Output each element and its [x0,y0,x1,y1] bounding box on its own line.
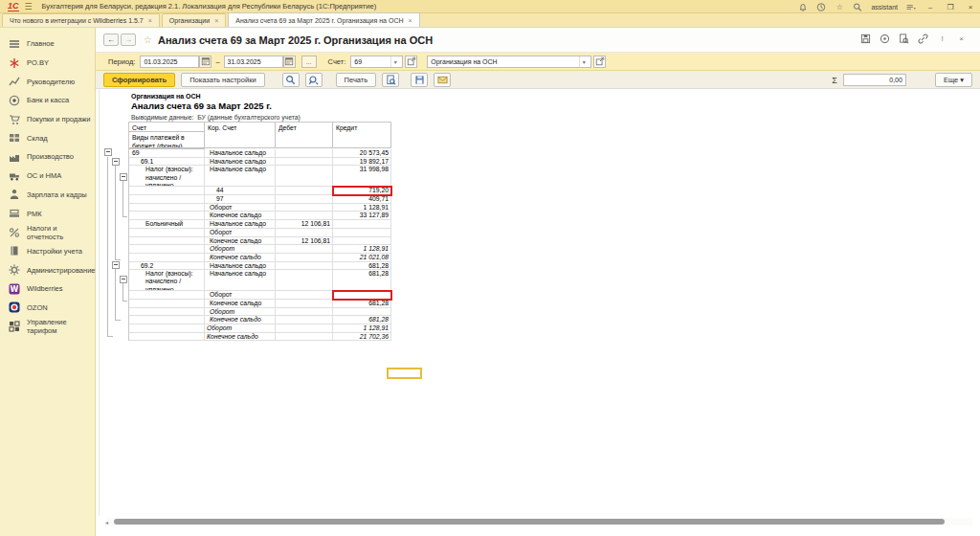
forward-button[interactable]: → [121,34,136,46]
tab-close-icon[interactable]: × [214,17,218,24]
collapse-group-nalog-2[interactable] [120,276,126,282]
column-subheader[interactable]: Виды платежей в бюджет (фонды) [129,132,204,148]
date-from-input[interactable]: 01.03.2025 [140,56,199,68]
report-cell[interactable] [129,308,205,317]
report-cell[interactable] [333,220,391,229]
service-menu-icon[interactable] [906,2,916,11]
grouping-gutter[interactable] [98,89,128,516]
close-window-button[interactable]: × [965,3,976,11]
report-cell[interactable]: 31 998,98 [333,166,391,187]
report-cell[interactable] [276,254,333,262]
report-cell[interactable]: 1 128,91 [333,245,391,254]
report-cell[interactable]: Начальное сальдо [205,270,276,291]
get-link-icon[interactable] [918,34,928,44]
collapse-group-69-1[interactable] [112,158,119,165]
sidebar-item-book[interactable]: Настройки учета [0,242,95,261]
report-cell[interactable] [129,316,205,324]
favorites-star-icon[interactable]: ☆ [835,2,844,11]
sidebar-item-tax[interactable]: Налоги и отчетность [0,223,95,242]
report-cell[interactable]: 44 [205,187,276,195]
report-cell[interactable] [276,291,333,300]
report-cell[interactable]: Конечное сальдо [205,254,276,262]
tab-0[interactable]: Что нового в интеграции с Wildberries 1.… [2,13,160,27]
sidebar-item-cart[interactable]: Покупки и продажи [0,110,95,129]
report-cell[interactable]: Конечное сальдо [205,300,276,308]
report-cell[interactable] [276,212,333,220]
report-cell[interactable]: Конечное сальдо [205,212,276,220]
organization-open-icon[interactable] [593,56,606,68]
search-cancel-button[interactable] [305,73,323,87]
report-cell[interactable] [129,254,205,262]
report-cell[interactable]: Начальное сальдо [205,158,276,167]
sidebar-item-home[interactable]: Главное [0,34,95,54]
date-to-calendar-icon[interactable] [283,56,296,68]
notifications-bell-icon[interactable] [798,2,808,11]
report-cell[interactable]: 69.2 [129,262,205,271]
favorite-star-icon[interactable]: ☆ [144,34,152,45]
sidebar-item-truck[interactable]: ОС и НМА [0,167,95,186]
tab-close-icon[interactable]: × [409,17,412,24]
back-button[interactable]: ← [103,34,119,46]
print-preview-button[interactable] [382,73,399,87]
collapse-group-69-2[interactable] [112,261,119,268]
report-cell[interactable] [276,333,333,342]
report-cell[interactable] [276,158,333,167]
report-cell[interactable] [129,204,205,212]
scrollbar-thumb[interactable] [114,519,945,525]
report-cell[interactable]: 1 128,91 [333,324,391,333]
collapse-group-69[interactable] [104,148,111,155]
sidebar-item-ozon[interactable]: OZON [0,299,95,318]
column-header-1[interactable]: Кор. Счет [205,123,276,148]
date-from-calendar-icon[interactable] [199,56,212,68]
report-cell[interactable] [129,333,205,342]
report-cell[interactable] [333,229,391,237]
minimize-button[interactable]: – [924,3,936,11]
report-cell[interactable]: 681,28 [333,300,391,308]
sidebar-item-poby[interactable]: PO.BY [0,54,95,73]
report-cell[interactable]: Начальное сальдо [205,166,276,187]
report-cell[interactable]: 12 106,81 [276,237,333,246]
tab-close-icon[interactable]: × [148,17,152,24]
report-cell[interactable]: Оборот [205,291,276,300]
report-heading[interactable]: Анализ счета 69 за Март 2025 г. [131,100,272,111]
tab-2[interactable]: Анализ счета 69 за Март 2025 г. Организа… [228,12,419,27]
report-cell[interactable] [276,270,333,291]
report-cell[interactable] [333,291,391,300]
current-user[interactable]: assistant [871,4,898,11]
report-cell[interactable]: Налог (взносы): начислено / уплачено [129,270,205,291]
report-cell[interactable] [333,308,391,317]
report-cell[interactable] [276,166,333,187]
column-header-2[interactable]: Дебет [276,123,333,148]
column-header-3[interactable]: Кредит [333,123,391,148]
report-cell[interactable] [333,237,391,246]
report-cell[interactable]: Оборот [205,204,276,212]
report-cell[interactable]: Начальное сальдо [205,149,276,158]
report-cell[interactable]: Оборот [205,229,276,237]
sidebar-item-person[interactable]: Зарплата и кадры [0,186,95,205]
report-cell[interactable] [276,308,333,317]
sidebar-item-gear[interactable]: Администрирование [0,260,95,279]
report-cell[interactable]: 20 573,45 [333,149,391,158]
report-cell[interactable] [129,291,205,300]
collapse-group-nalog-1[interactable] [120,173,126,180]
report-cell[interactable]: 21 021,08 [333,254,391,262]
report-cell[interactable]: 69 [129,149,205,158]
report-cell[interactable] [276,204,333,212]
show-settings-button[interactable]: Показать настройки [181,73,264,87]
report-cell[interactable]: Конечное сальдо [205,237,276,246]
report-cell[interactable] [129,245,205,254]
report-cell[interactable]: Начальное сальдо [205,262,276,271]
report-cell[interactable]: 719,20 [333,187,391,195]
sidebar-item-rmk[interactable]: РМК [0,204,95,223]
report-cell[interactable]: Конечное сальдо [205,316,276,324]
report-cell[interactable]: Налог (взносы): начислено / уплачено [129,166,205,187]
report-cell[interactable] [276,149,333,158]
report-cell[interactable]: 33 127,89 [333,212,391,220]
report-cell[interactable]: 681,28 [333,262,391,271]
report-cell[interactable] [129,195,205,204]
report-cell[interactable]: 1 128,91 [333,204,391,212]
more-button[interactable]: Еще ▾ [935,73,972,87]
account-dropdown-icon[interactable]: ▾ [390,56,399,67]
report-cell[interactable]: Оборот [205,324,276,333]
report-cell[interactable]: Конечное сальдо [205,333,276,342]
